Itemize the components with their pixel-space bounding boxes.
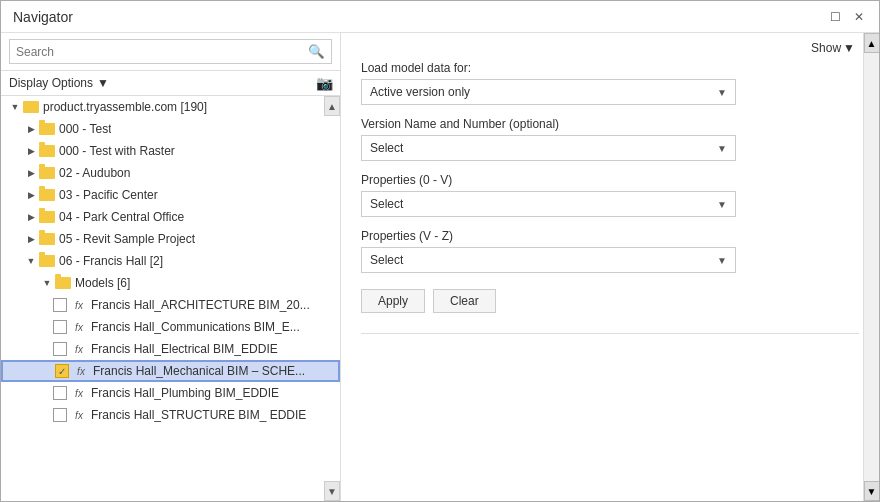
- checkbox[interactable]: [53, 320, 67, 334]
- expand-icon: ▼: [25, 255, 37, 267]
- tree-node[interactable]: ▶ 02 - Audubon: [1, 162, 340, 184]
- expand-icon: ▶: [25, 189, 37, 201]
- dropdown-arrow-icon: ▼: [717, 199, 727, 210]
- root-node-label: product.tryassemble.com [190]: [43, 100, 207, 114]
- show-arrow-icon: ▼: [843, 41, 855, 55]
- window-controls: ☐ ✕: [827, 9, 867, 25]
- node-label: Models [6]: [75, 276, 130, 290]
- dropdown-arrow-icon: ▼: [717, 87, 727, 98]
- tree-root-node[interactable]: ▼ product.tryassemble.com [190]: [1, 96, 340, 118]
- checkbox[interactable]: [53, 386, 67, 400]
- tree-node-model[interactable]: fx Francis Hall_Communications BIM_E...: [1, 316, 340, 338]
- tree-scroll-up-button[interactable]: ▲: [324, 96, 340, 116]
- expand-icon: ▶: [25, 123, 37, 135]
- checkbox[interactable]: [53, 298, 67, 312]
- search-bar: 🔍: [1, 33, 340, 71]
- properties-vz-value: Select: [370, 253, 403, 267]
- scroll-down-button[interactable]: ▼: [864, 481, 880, 501]
- node-label: Francis Hall_ARCHITECTURE BIM_20...: [91, 298, 310, 312]
- action-buttons: Apply Clear: [361, 289, 859, 313]
- tree-node-model[interactable]: fx Francis Hall_ARCHITECTURE BIM_20...: [1, 294, 340, 316]
- fx-icon: fx: [71, 344, 87, 355]
- node-label: 02 - Audubon: [59, 166, 130, 180]
- search-button[interactable]: 🔍: [302, 40, 331, 63]
- node-label: 000 - Test with Raster: [59, 144, 175, 158]
- display-options-extra-button[interactable]: 📷: [316, 75, 332, 91]
- checkbox-checked[interactable]: ✓: [55, 364, 69, 378]
- tree-node-park-central[interactable]: ▶ 04 - Park Central Office: [1, 206, 340, 228]
- expand-icon: ▶: [25, 233, 37, 245]
- folder-icon: [55, 277, 71, 289]
- tree-node[interactable]: ▶ 000 - Test with Raster: [1, 140, 340, 162]
- version-name-dropdown[interactable]: Select ▼: [361, 135, 736, 161]
- properties-vz-label: Properties (V - Z): [361, 229, 859, 243]
- node-label: Francis Hall_Communications BIM_E...: [91, 320, 300, 334]
- right-panel: Show ▼ Load model data for: Active versi…: [341, 33, 879, 501]
- tree-node-model[interactable]: fx Francis Hall_Electrical BIM_EDDIE: [1, 338, 340, 360]
- tree-scroll-down-button[interactable]: ▼: [324, 481, 340, 501]
- tree-node-model-selected[interactable]: ✓ fx Francis Hall_Mechanical BIM – SCHE.…: [1, 360, 340, 382]
- expand-icon: ▼: [9, 101, 21, 113]
- node-label: 000 - Test: [59, 122, 111, 136]
- dropdown-arrow-icon: ▼: [717, 255, 727, 266]
- active-version-label: Active version only: [370, 85, 470, 99]
- folder-icon: [39, 233, 55, 245]
- fx-icon: fx: [71, 388, 87, 399]
- content-area: 🔍 Display Options ▼ 📷 ▼ product.tryassem…: [1, 33, 879, 501]
- scroll-up-button[interactable]: ▲: [864, 33, 880, 53]
- properties-0v-label: Properties (0 - V): [361, 173, 859, 187]
- version-name-value: Select: [370, 141, 403, 155]
- properties-0v-group: Properties (0 - V) Select ▼: [361, 173, 859, 217]
- active-version-dropdown[interactable]: Active version only ▼: [361, 79, 736, 105]
- dropdown-arrow-icon: ▼: [717, 143, 727, 154]
- properties-vz-group: Properties (V - Z) Select ▼: [361, 229, 859, 273]
- expand-icon: ▶: [25, 211, 37, 223]
- load-model-group: Load model data for: Active version only…: [361, 61, 859, 105]
- search-input-wrap: 🔍: [9, 39, 332, 64]
- node-label: Francis Hall_Mechanical BIM – SCHE...: [93, 364, 305, 378]
- fx-icon: fx: [71, 322, 87, 333]
- node-label: Francis Hall_Electrical BIM_EDDIE: [91, 342, 278, 356]
- divider: [361, 333, 859, 334]
- show-label: Show: [811, 41, 841, 55]
- properties-0v-dropdown[interactable]: Select ▼: [361, 191, 736, 217]
- tree-node[interactable]: ▶ 03 - Pacific Center: [1, 184, 340, 206]
- node-label: Francis Hall_Plumbing BIM_EDDIE: [91, 386, 279, 400]
- folder-icon: [39, 189, 55, 201]
- right-scrollbar: ▲ ▼: [863, 33, 879, 501]
- folder-icon: [39, 255, 55, 267]
- properties-vz-dropdown[interactable]: Select ▼: [361, 247, 736, 273]
- close-button[interactable]: ✕: [851, 9, 867, 25]
- tree-node[interactable]: ▶ 000 - Test: [1, 118, 340, 140]
- clear-button[interactable]: Clear: [433, 289, 496, 313]
- properties-0v-value: Select: [370, 197, 403, 211]
- left-panel: 🔍 Display Options ▼ 📷 ▼ product.tryassem…: [1, 33, 341, 501]
- folder-icon: [39, 123, 55, 135]
- node-label: 03 - Pacific Center: [59, 188, 158, 202]
- fx-icon: fx: [73, 366, 89, 377]
- version-name-label: Version Name and Number (optional): [361, 117, 859, 131]
- window-title: Navigator: [13, 9, 73, 25]
- node-label: Francis Hall_STRUCTURE BIM_ EDDIE: [91, 408, 306, 422]
- folder-icon: [23, 101, 39, 113]
- minimize-button[interactable]: ☐: [827, 9, 843, 25]
- load-model-label: Load model data for:: [361, 61, 859, 75]
- tree-node-models[interactable]: ▼ Models [6]: [1, 272, 340, 294]
- tree-node-francis-hall[interactable]: ▼ 06 - Francis Hall [2]: [1, 250, 340, 272]
- tree-node[interactable]: ▶ 05 - Revit Sample Project: [1, 228, 340, 250]
- apply-button[interactable]: Apply: [361, 289, 425, 313]
- checkbox[interactable]: [53, 408, 67, 422]
- fx-icon: fx: [71, 300, 87, 311]
- display-options-button[interactable]: Display Options ▼: [9, 76, 109, 90]
- tree-node-model[interactable]: fx Francis Hall_Plumbing BIM_EDDIE: [1, 382, 340, 404]
- tree-node-model[interactable]: fx Francis Hall_STRUCTURE BIM_ EDDIE: [1, 404, 340, 426]
- node-label: 06 - Francis Hall [2]: [59, 254, 163, 268]
- folder-icon: [39, 167, 55, 179]
- folder-icon: [39, 211, 55, 223]
- checkbox[interactable]: [53, 342, 67, 356]
- tree-area: ▼ product.tryassemble.com [190] ▶ 000 - …: [1, 96, 340, 501]
- display-options-arrow-icon: ▼: [97, 76, 109, 90]
- show-button[interactable]: Show ▼: [811, 41, 855, 55]
- search-input[interactable]: [10, 41, 302, 63]
- display-options-label: Display Options: [9, 76, 93, 90]
